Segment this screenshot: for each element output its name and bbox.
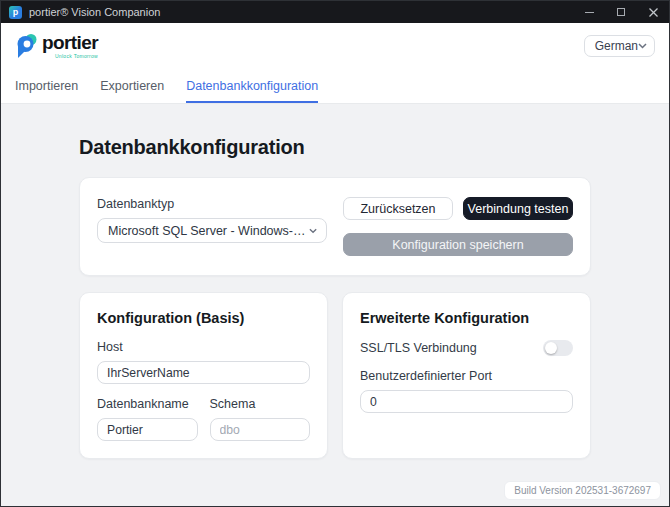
close-icon — [649, 8, 658, 17]
database-type-select[interactable]: Microsoft SQL Server - Windows-Anmeldung — [97, 218, 327, 243]
header: portier Unlock Tomorrow German — [1, 23, 669, 69]
schema-input[interactable] — [210, 418, 311, 441]
dbname-input[interactable] — [97, 418, 198, 441]
brand-name: portier — [42, 33, 98, 52]
brand-logo: portier Unlock Tomorrow — [15, 33, 98, 59]
custom-port-input[interactable] — [360, 390, 573, 413]
build-version-badge: Build Version 202531-3672697 — [504, 481, 661, 500]
schema-label: Schema — [210, 397, 311, 411]
window-controls — [573, 1, 669, 23]
minimize-icon — [585, 12, 594, 13]
advanced-configuration-card: Erweiterte Konfiguration SSL/TLS Verbind… — [342, 292, 591, 459]
database-type-label: Datenbanktyp — [97, 197, 327, 211]
basic-configuration-card: Konfiguration (Basis) Host Datenbankname… — [79, 292, 328, 459]
portier-logo-icon — [15, 33, 37, 59]
dbname-label: Datenbankname — [97, 397, 198, 411]
custom-port-label: Benutzerdefinierter Port — [360, 369, 573, 383]
app-window: p portier® Vision Companion — [0, 0, 670, 507]
ssl-toggle[interactable] — [543, 340, 573, 356]
database-type-select-value: Microsoft SQL Server - Windows-Anmeldung — [108, 224, 309, 238]
tab-bar: Importieren Exportieren Datenbankkonfigu… — [1, 69, 669, 104]
maximize-button[interactable] — [605, 1, 637, 23]
brand-tagline: Unlock Tomorrow — [42, 53, 98, 59]
tab-datenbankkonfiguration[interactable]: Datenbankkonfiguration — [186, 69, 318, 103]
database-type-card: Datenbanktyp Microsoft SQL Server - Wind… — [79, 177, 591, 276]
test-connection-button[interactable]: Verbindung testen — [463, 197, 573, 220]
page-title: Datenbankkonfiguration — [79, 136, 591, 159]
minimize-button[interactable] — [573, 1, 605, 23]
tab-exportieren[interactable]: Exportieren — [100, 69, 164, 103]
main-content: Datenbankkonfiguration Datenbanktyp Micr… — [1, 104, 669, 506]
advanced-card-title: Erweiterte Konfiguration — [360, 310, 573, 326]
logo-text: portier Unlock Tomorrow — [42, 33, 98, 59]
language-select[interactable]: German — [584, 35, 655, 57]
chevron-down-icon — [309, 228, 317, 234]
host-input[interactable] — [97, 361, 310, 384]
save-configuration-button[interactable]: Konfiguration speichern — [343, 233, 573, 256]
tab-importieren[interactable]: Importieren — [15, 69, 78, 103]
window-title: portier® Vision Companion — [29, 6, 573, 18]
ssl-toggle-knob — [545, 342, 557, 354]
maximize-icon — [617, 8, 625, 16]
host-label: Host — [97, 340, 310, 354]
titlebar: p portier® Vision Companion — [1, 1, 669, 23]
basic-card-title: Konfiguration (Basis) — [97, 310, 310, 326]
chevron-down-icon — [638, 43, 647, 49]
reset-button[interactable]: Zurücksetzen — [343, 197, 453, 220]
close-button[interactable] — [637, 1, 669, 23]
language-select-value: German — [595, 39, 638, 53]
app-icon: p — [9, 6, 22, 19]
ssl-label: SSL/TLS Verbindung — [360, 341, 477, 355]
